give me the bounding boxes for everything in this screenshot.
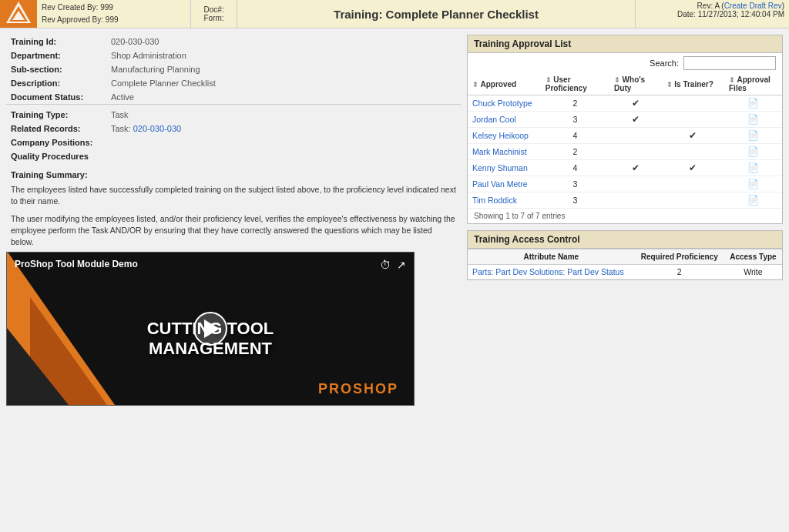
col-header-required-proficiency: Required Proficiency [635, 249, 724, 265]
training-type-label: Training Type: [6, 108, 106, 122]
subsection-row: Sub-section: Manufacturing Planning [6, 62, 461, 76]
col-header-duty: ⇕ Who's Duty [609, 73, 662, 95]
sort-icon-proficiency[interactable]: ⇕ [546, 76, 554, 84]
approval-files-cell[interactable]: 📄 [724, 160, 782, 176]
summary-paragraph-2: The user modifying the employees listed,… [6, 211, 461, 252]
access-control-table: Attribute Name Required Proficiency Acce… [468, 249, 782, 279]
approval-name-link[interactable]: Paul Van Metre [472, 179, 528, 189]
quality-procedures-row: Quality Procedures [6, 149, 461, 163]
approval-duty-cell [609, 128, 662, 144]
access-proficiency-cell: 2 [635, 265, 724, 279]
showing-text: Showing 1 to 7 of 7 entries [468, 209, 782, 223]
approval-files-cell[interactable]: 📄 [724, 144, 782, 160]
approval-name-link[interactable]: Mark Machinist [472, 147, 527, 156]
training-id-value: 020-030-030 [106, 35, 461, 49]
sort-icon-trainer[interactable]: ⇕ [666, 81, 675, 89]
approval-name-link[interactable]: Kelsey Heikoop [472, 131, 529, 140]
col-header-files: ⇕ Approval Files [724, 73, 782, 95]
access-table-header-row: Attribute Name Required Proficiency Acce… [468, 249, 782, 265]
approval-trainer-cell [662, 95, 724, 112]
department-label: Department: [6, 49, 106, 62]
approval-name-link[interactable]: Chuck Prototype [472, 99, 532, 108]
sort-icon-duty[interactable]: ⇕ [614, 76, 623, 84]
approval-proficiency-cell: 3 [541, 112, 609, 128]
approval-table: ⇕ Approved ⇕ User Proficiency ⇕ Who's Du… [468, 73, 782, 209]
video-thumbnail[interactable]: ProShop Tool Module Demo ⏱ ↗ Cutting Too… [6, 252, 415, 406]
create-draft-link[interactable]: Create Draft Rev [724, 2, 782, 10]
training-summary-label: Training Summary: [6, 168, 461, 182]
approval-trainer-cell [662, 192, 724, 209]
approval-table-row: Kenny Shuman 4 ✔ ✔ 📄 [468, 160, 782, 176]
approval-proficiency-cell: 2 [541, 95, 609, 112]
access-type-cell: Write [724, 265, 782, 279]
approval-files-cell[interactable]: 📄 [724, 112, 782, 128]
approval-trainer-cell [662, 176, 724, 192]
approval-list-header: Training Approval List [468, 35, 782, 53]
access-control-header: Training Access Control [468, 231, 782, 249]
date-label: Date: 11/27/2013; 12:40:04 PM [640, 10, 784, 18]
search-label: Search: [650, 59, 679, 68]
video-controls: ⏱ ↗ [380, 259, 406, 271]
info-table: Training Id: 020-030-030 Department: Sho… [6, 35, 461, 163]
approval-name-cell: Mark Machinist [468, 144, 541, 160]
sort-icon-files[interactable]: ⇕ [729, 76, 737, 84]
related-records-row: Related Records: Task: 020-030-030 [6, 122, 461, 136]
access-table-body: Parts: Part Dev Solutions: Part Dev Stat… [468, 265, 782, 279]
left-panel: Training Id: 020-030-030 Department: Sho… [6, 35, 461, 406]
related-records-text: Task: [111, 124, 133, 133]
col-header-approved: ⇕ Approved [468, 73, 541, 95]
approval-files-cell[interactable]: 📄 [724, 192, 782, 209]
approval-table-row: Tim Roddick 3 📄 [468, 192, 782, 209]
rev-label: Rev: A [697, 2, 720, 10]
department-row: Department: Shop Administration [6, 49, 461, 62]
search-row: Search: [468, 53, 782, 73]
approval-proficiency-cell: 2 [541, 144, 609, 160]
company-positions-row: Company Positions: [6, 136, 461, 149]
access-table-row: Parts: Part Dev Solutions: Part Dev Stat… [468, 265, 782, 279]
approval-list-panel: Training Approval List Search: ⇕ Approve… [467, 35, 783, 224]
access-attribute-link[interactable]: Parts: Part Dev Solutions: Part Dev Stat… [472, 267, 624, 276]
video-play-button[interactable] [193, 312, 227, 346]
main-content: Training Id: 020-030-030 Department: Sho… [0, 28, 789, 412]
approval-name-link[interactable]: Jordan Cool [472, 115, 516, 124]
sort-icon-approved[interactable]: ⇕ [472, 81, 481, 89]
clock-icon: ⏱ [380, 259, 391, 271]
approval-trainer-cell: ✔ [662, 160, 724, 176]
approval-files-cell[interactable]: 📄 [724, 95, 782, 112]
approval-name-cell: Kenny Shuman [468, 160, 541, 176]
approval-name-cell: Tim Roddick [468, 192, 541, 209]
rev-created: Rev Created By: 999 [42, 2, 186, 14]
approval-trainer-cell [662, 144, 724, 160]
page-title: Training: Complete Planner Checklist [237, 0, 635, 28]
company-positions-label: Company Positions: [6, 136, 106, 149]
approval-duty-cell [609, 192, 662, 209]
approval-duty-cell: ✔ [609, 112, 662, 128]
approval-table-header-row: ⇕ Approved ⇕ User Proficiency ⇕ Who's Du… [468, 73, 782, 95]
approval-name-link[interactable]: Kenny Shuman [472, 163, 528, 172]
search-input[interactable] [683, 56, 776, 70]
approval-proficiency-cell: 4 [541, 128, 609, 144]
approval-name-cell: Kelsey Heikoop [468, 128, 541, 144]
approval-duty-cell [609, 176, 662, 192]
training-id-label: Training Id: [6, 35, 106, 49]
approval-files-cell[interactable]: 📄 [724, 128, 782, 144]
video-logo: PROSHOP [318, 381, 398, 397]
col-header-access-type: Access Type [724, 249, 782, 265]
department-value: Shop Administration [106, 49, 461, 62]
approval-duty-cell [609, 144, 662, 160]
approval-table-row: Paul Van Metre 3 📄 [468, 176, 782, 192]
approval-name-cell: Chuck Prototype [468, 95, 541, 112]
doc-status-label: Document Status: [6, 90, 106, 105]
doc-section: Doc#: Form: [191, 0, 237, 28]
approval-files-cell[interactable]: 📄 [724, 176, 782, 192]
video-title: ProShop Tool Module Demo [15, 259, 138, 269]
header-rev: Rev: A (Create Draft Rev) Date: 11/27/20… [635, 0, 789, 28]
access-control-panel: Training Access Control Attribute Name R… [467, 230, 783, 280]
approval-table-row: Mark Machinist 2 📄 [468, 144, 782, 160]
subsection-label: Sub-section: [6, 62, 106, 76]
page-header: Rev Created By: 999 Rev Approved By: 999… [0, 0, 789, 28]
approval-name-link[interactable]: Tim Roddick [472, 196, 517, 205]
summary-paragraph-1: The employees listed have successfully c… [6, 182, 461, 211]
training-id-row: Training Id: 020-030-030 [6, 35, 461, 49]
related-records-link[interactable]: 020-030-030 [133, 124, 181, 133]
